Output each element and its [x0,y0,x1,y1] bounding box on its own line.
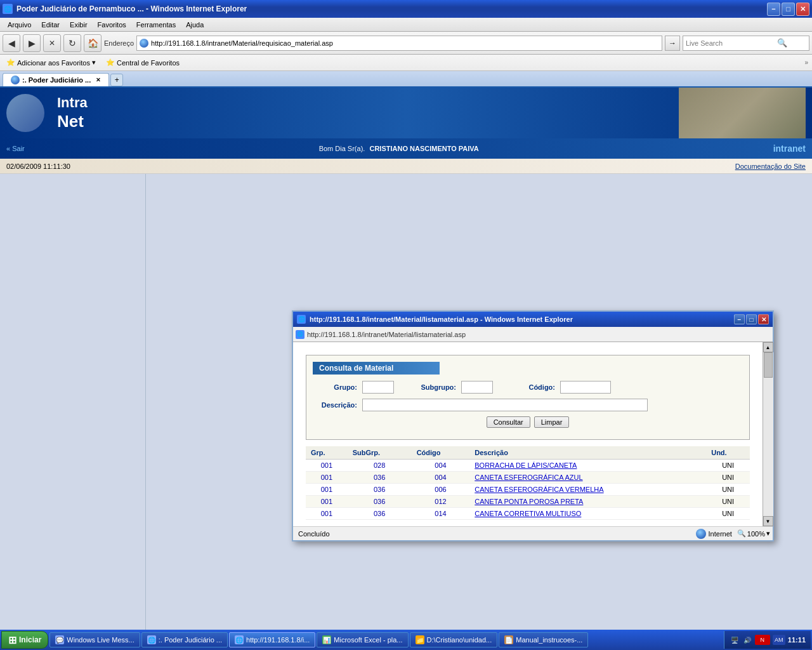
codigo-input[interactable] [560,381,611,394]
taskbar: ⊞ Iniciar 💬 Windows Live Mess... 🌐 :. Po… [0,630,812,650]
scroll-down-button[interactable]: ▼ [763,516,773,526]
taskbar-icon-1: 🌐 [147,635,156,644]
minimize-button[interactable]: − [767,3,780,16]
cell-descricao[interactable]: CANETA CORRETIVA MULTIUSO [469,508,706,520]
maximize-button[interactable]: □ [782,3,795,16]
descricao-input[interactable] [362,399,648,411]
descricao-link[interactable]: CANETA PONTA POROSA PRETA [475,498,583,505]
cell-descricao[interactable]: CANETA ESFEROGRÁFICA VERMELHA [469,484,706,496]
descricao-link[interactable]: BORRACHA DE LÁPIS/CANETA [475,461,577,469]
descricao-link[interactable]: CANETA ESFEROGRÁFICA AZUL [475,474,582,481]
favorites-center-button[interactable]: ⭐ Central de Favoritos [103,57,182,68]
menu-favoritos[interactable]: Favoritos [93,20,131,30]
address-input[interactable] [151,39,659,47]
menu-bar: Arquivo Editar Exibir Favoritos Ferramen… [0,18,812,32]
popup-status-zone: Internet [696,529,732,539]
search-input[interactable] [686,39,775,47]
header-placeholder [679,88,806,138]
menu-arquivo[interactable]: Arquivo [3,20,36,30]
form-row-2: Descrição: [313,399,743,411]
col-descricao: Descrição [469,446,706,460]
popup-addr-icon: 🌐 [296,330,304,339]
sair-link[interactable]: « Sair [6,145,25,152]
search-button[interactable]: 🔍 [777,38,787,48]
descricao-link[interactable]: CANETA ESFEROGRÁFICA VERMELHA [475,486,603,493]
popup-zoom-text: 100% [747,530,765,538]
taskbar-icon-3: 📊 [322,635,331,644]
cell-descricao[interactable]: CANETA ESFEROGRÁFICA AZUL [469,472,706,484]
popup-close-button[interactable]: ✕ [758,314,769,324]
col-codigo: Código [412,446,470,460]
popup-maximize-button[interactable]: □ [746,314,757,324]
taskbar-label-3: Microsoft Excel - pla... [334,636,402,644]
cell-subgrp: 028 [348,460,412,472]
subgrupo-label: Subgrupo: [412,383,456,391]
popup-minimize-button[interactable]: − [734,314,745,324]
menu-ferramentas[interactable]: Ferramentas [131,20,181,30]
descricao-link[interactable]: CANETA CORRETIVA MULTIUSO [475,510,581,517]
cell-descricao[interactable]: CANETA PONTA POROSA PRETA [469,496,706,508]
taskbar-label-2: http://191.168.1.8/i... [246,636,310,644]
subgrupo-input[interactable] [461,381,493,394]
grupo-input[interactable] [362,381,394,394]
popup-scrollbar: ▲ ▼ [763,342,773,526]
new-tab-button[interactable]: + [110,74,123,86]
taskbar-label-5: Manual_instrucoes-... [516,636,582,644]
menu-exibir[interactable]: Exibir [65,20,93,30]
taskbar-item-1[interactable]: 🌐 :. Poder Judiciário ... [141,632,228,647]
forward-button[interactable]: ▶ [23,34,41,52]
menu-editar[interactable]: Editar [36,20,65,30]
scroll-up-button[interactable]: ▲ [763,342,773,352]
address-bar[interactable] [136,36,662,51]
header-image [88,88,806,138]
table-row: 001 028 004 BORRACHA DE LÁPIS/CANETA UNI [306,460,750,472]
taskbar-label-1: :. Poder Judiciário ... [159,636,222,644]
taskbar-item-4[interactable]: 📁 D:\Cristiano\unidad... [410,632,498,647]
taskbar-item-0[interactable]: 💬 Windows Live Mess... [49,632,140,647]
popup-status-bar: Concluído Internet 🔍 100% ▾ [293,526,773,540]
stop-button[interactable]: ✕ [43,34,61,52]
start-button[interactable]: ⊞ Iniciar [1,631,48,649]
back-button[interactable]: ◀ [3,34,20,52]
close-button[interactable]: ✕ [796,3,809,16]
cell-und: UNI [706,484,750,496]
popup-status-text: Concluído [296,530,696,538]
search-box: 🔍 [683,36,809,51]
table-row: 001 036 004 CANETA ESFEROGRÁFICA AZUL UN… [306,472,750,484]
browser-window: 🌐 Poder Judiciário de Pernambuco ... - W… [0,0,812,650]
main-wrapper: Intra Net « Sair Bom Dia Sr(a). CRISTIAN… [0,88,812,647]
consultar-button[interactable]: Consultar [487,416,530,428]
content-area: 🌐 http://191.168.1.8/intranet/Material/l… [146,174,812,647]
cell-descricao[interactable]: BORRACHA DE LÁPIS/CANETA [469,460,706,472]
active-tab[interactable]: :. Poder Judiciário ... ✕ [3,73,109,86]
tab-close-button[interactable]: ✕ [96,77,101,83]
popup-status-globe [696,529,706,539]
tray-extra2-icon: AM [773,635,785,645]
taskbar-icon-4: 📁 [416,635,424,644]
taskbar-item-2[interactable]: 🌐 http://191.168.1.8/i... [229,632,315,647]
taskbar-item-3[interactable]: 📊 Microsoft Excel - pla... [317,632,408,647]
form-section: Consulta de Material Grupo: Subgrupo: Có… [306,355,750,440]
cell-subgrp: 036 [348,484,412,496]
favorites-bar: ⭐ Adicionar aos Favoritos ▾ ⭐ Central de… [0,55,812,71]
header-logo-circle [6,94,44,132]
taskbar-item-5[interactable]: 📄 Manual_instrucoes-... [499,632,588,647]
table-header-row: Grp. SubGrp. Código Descrição Und. [306,446,750,460]
go-button[interactable]: → [665,36,680,51]
start-label: Iniciar [19,635,41,644]
descricao-label: Descrição: [313,401,357,409]
scroll-thumb[interactable] [764,352,773,378]
refresh-button[interactable]: ↻ [63,34,81,52]
menu-ajuda[interactable]: Ajuda [181,20,209,30]
limpar-button[interactable]: Limpar [534,416,570,428]
scroll-track [763,352,773,516]
title-bar: 🌐 Poder Judiciário de Pernambuco ... - W… [0,0,812,18]
grupo-label: Grupo: [313,383,357,391]
favorites-add-button[interactable]: ⭐ Adicionar aos Favoritos ▾ [4,57,98,68]
favorites-more: » [804,59,808,66]
cell-subgrp: 036 [348,496,412,508]
doc-link[interactable]: Documentação do Site [735,162,806,170]
home-button[interactable]: 🏠 [84,34,102,52]
cell-und: UNI [706,508,750,520]
cell-grp: 001 [306,496,348,508]
